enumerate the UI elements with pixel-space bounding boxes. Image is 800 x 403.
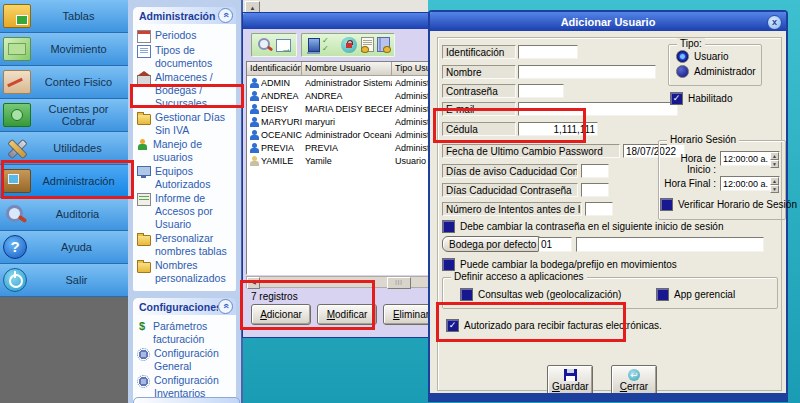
folder-icon bbox=[137, 235, 151, 246]
cedula-input[interactable] bbox=[518, 122, 598, 136]
dollar-icon bbox=[137, 321, 149, 332]
nav-item-nombres-personalizados[interactable]: Nombres personalizados bbox=[137, 259, 234, 285]
dias-aviso-input[interactable] bbox=[581, 164, 609, 178]
sidebar-item-label: Ayuda bbox=[27, 241, 128, 253]
nav-item-equipos-autorizados[interactable]: Equipos Autorizados bbox=[137, 165, 234, 191]
nav-item-tipos-de-documentos[interactable]: Tipos de documentos bbox=[137, 44, 234, 70]
dialog-bottom-strip bbox=[430, 393, 786, 400]
permissions-sheet-icon[interactable] bbox=[361, 37, 374, 52]
access-key-book-icon[interactable] bbox=[377, 37, 390, 52]
administrador-radio[interactable] bbox=[676, 65, 689, 78]
search-icon[interactable] bbox=[257, 37, 273, 53]
nav-item-label: Gestionar Días Sin IVA bbox=[155, 111, 234, 137]
column-header-identificacion[interactable]: Identificación bbox=[247, 62, 302, 75]
usuario-radio[interactable] bbox=[676, 50, 689, 63]
identificacion-input[interactable] bbox=[518, 45, 578, 59]
fecha-password-label: Fecha de Ultimo Cambio Password bbox=[442, 144, 620, 158]
sidebar-item-conteo-fisico[interactable]: Conteo Fisico bbox=[0, 66, 128, 99]
nav-item-gestionar-dias-sin-iva[interactable]: Gestionar Días Sin IVA bbox=[137, 111, 234, 137]
sidebar-item-ayuda[interactable]: Ayuda bbox=[0, 231, 128, 264]
nav-item-informe-accesos[interactable]: Informe de Accesos por Usuario bbox=[137, 192, 234, 231]
nav-section-configuraciones: Parámetros facturación Configuración Gen… bbox=[133, 315, 236, 403]
sidebar-item-movimiento[interactable]: Movimiento bbox=[0, 33, 128, 66]
nombre-input[interactable] bbox=[518, 65, 656, 79]
lock-icon[interactable] bbox=[341, 37, 357, 53]
debe-cambiar-checkbox[interactable] bbox=[442, 220, 455, 233]
intentos-input[interactable] bbox=[585, 202, 613, 216]
habilitado-checkbox[interactable] bbox=[670, 92, 683, 105]
puede-cambiar-label: Puede cambiar la bodega/prefijo en movim… bbox=[460, 259, 677, 270]
nav-item-configuracion-general[interactable]: Configuración General bbox=[137, 347, 234, 373]
bodega-descripcion-input[interactable] bbox=[576, 237, 764, 252]
tipo-group-title: Tipo: bbox=[677, 38, 705, 49]
verificar-horario-row: Verificar Horario de Sesión bbox=[660, 198, 797, 211]
scrollbar-grip[interactable]: ||| bbox=[387, 277, 411, 289]
nav-section-header-configuraciones[interactable]: Configuraciones bbox=[133, 298, 236, 315]
toolbar-group-security bbox=[301, 33, 395, 57]
sidebar-item-tablas[interactable]: Tablas bbox=[0, 0, 128, 33]
sidebar-item-cuentas-por-cobrar[interactable]: Cuentas por Cobrar bbox=[0, 99, 128, 132]
close-icon[interactable]: x bbox=[767, 15, 782, 30]
sidebar-item-label: Movimiento bbox=[31, 43, 128, 55]
computer-icon[interactable] bbox=[308, 38, 320, 52]
gear-icon bbox=[137, 348, 150, 361]
report-icon bbox=[137, 193, 151, 206]
bodega-por-defecto-button[interactable]: Bodega por defecto bbox=[442, 236, 543, 252]
contrasena-input[interactable] bbox=[518, 84, 564, 98]
bodega-input[interactable] bbox=[538, 237, 572, 252]
nav-item-personalizar-nombres[interactable]: Personalizar nombres tablas bbox=[137, 232, 234, 258]
sidebar-item-auditoria[interactable]: Auditoria bbox=[0, 198, 128, 231]
dias-caducidad-input[interactable] bbox=[581, 183, 609, 197]
cerrar-button[interactable]: ↩Cerrar bbox=[611, 365, 657, 395]
home-icon bbox=[137, 75, 151, 85]
adicionar-button[interactable]: Adicionar bbox=[251, 304, 311, 325]
administrador-radio-label: Administrador bbox=[694, 66, 756, 77]
collapse-chevron-icon[interactable] bbox=[218, 299, 233, 314]
hora-inicio-label: Hora de Inicio : bbox=[662, 153, 716, 175]
application-window: Tablas Movimiento Conteo Fisico Cuentas … bbox=[0, 0, 800, 403]
sidebar-item-label: Conteo Fisico bbox=[31, 76, 128, 88]
nav-item-almacenes-bodegas[interactable]: Almacenes / Bodegas / Sucursales bbox=[137, 71, 234, 110]
puede-cambiar-row: Puede cambiar la bodega/prefijo en movim… bbox=[442, 258, 677, 271]
verificar-horario-label: Verificar Horario de Sesión bbox=[678, 199, 797, 210]
habilitado-row: Habilitado bbox=[670, 92, 732, 105]
hora-final-spinner[interactable]: 12:00:00 a. m ▲▼ bbox=[720, 176, 780, 191]
column-header-nombre-usuario[interactable]: Nombre Usuario bbox=[302, 62, 392, 75]
adicionar-usuario-dialog: Adicionar Usuario x Identificación Nombr… bbox=[428, 10, 788, 402]
nav-section-header-administracion[interactable]: Administración bbox=[133, 7, 236, 24]
autorizado-checkbox[interactable] bbox=[446, 319, 459, 332]
nav-item-parametros-facturacion[interactable]: Parámetros facturación bbox=[137, 320, 234, 346]
sidebar-item-salir[interactable]: Salir bbox=[0, 264, 128, 297]
verificar-horario-checkbox[interactable] bbox=[660, 198, 673, 211]
open-form-icon[interactable] bbox=[276, 39, 291, 52]
checklist-icon[interactable] bbox=[322, 37, 338, 53]
exit-arrow-icon: ↩ bbox=[628, 369, 640, 381]
app-gerencial-checkbox[interactable] bbox=[656, 288, 669, 301]
administration-icon bbox=[3, 169, 31, 193]
scroll-left-icon[interactable]: ◀ bbox=[247, 277, 260, 289]
spinner-arrows-icon[interactable]: ▲▼ bbox=[770, 177, 779, 190]
dias-caducidad-label: Días Caducidad Contraseña bbox=[442, 183, 578, 197]
sidebar-item-administracion[interactable]: Administración bbox=[0, 165, 128, 198]
guardar-button[interactable]: Guardar bbox=[547, 365, 593, 395]
dialog-titlebar[interactable]: Adicionar Usuario x bbox=[430, 12, 786, 31]
spinner-arrows-icon[interactable]: ▲▼ bbox=[770, 152, 779, 165]
email-input[interactable] bbox=[518, 102, 678, 116]
modificar-button[interactable]: Modificar bbox=[317, 304, 377, 325]
user-admin-icon bbox=[250, 143, 259, 153]
sidebar-item-utilidades[interactable]: Utilidades bbox=[0, 132, 128, 165]
nav-item-periodos[interactable]: Periodos bbox=[137, 29, 234, 43]
folder-icon bbox=[137, 262, 151, 273]
consultas-web-label: Consultas web (geolocalización) bbox=[478, 289, 621, 300]
collapse-chevron-icon[interactable] bbox=[218, 8, 233, 23]
audit-icon bbox=[3, 203, 29, 225]
puede-cambiar-checkbox[interactable] bbox=[442, 258, 455, 271]
hora-inicio-spinner[interactable]: 12:00:00 a. m ▲▼ bbox=[720, 151, 780, 166]
email-label: E-mail bbox=[442, 102, 516, 116]
consultas-web-checkbox[interactable] bbox=[460, 288, 473, 301]
user-standard-icon bbox=[250, 156, 259, 166]
navigation-pane: Administración Periodos Tipos de documen… bbox=[128, 0, 243, 403]
nav-item-manejo-de-usuarios[interactable]: Manejo de usuarios bbox=[137, 138, 234, 164]
dias-aviso-label: Días de aviso Caducidad Contraseña bbox=[442, 164, 578, 178]
nav-item-label: Personalizar nombres tablas bbox=[155, 232, 234, 258]
